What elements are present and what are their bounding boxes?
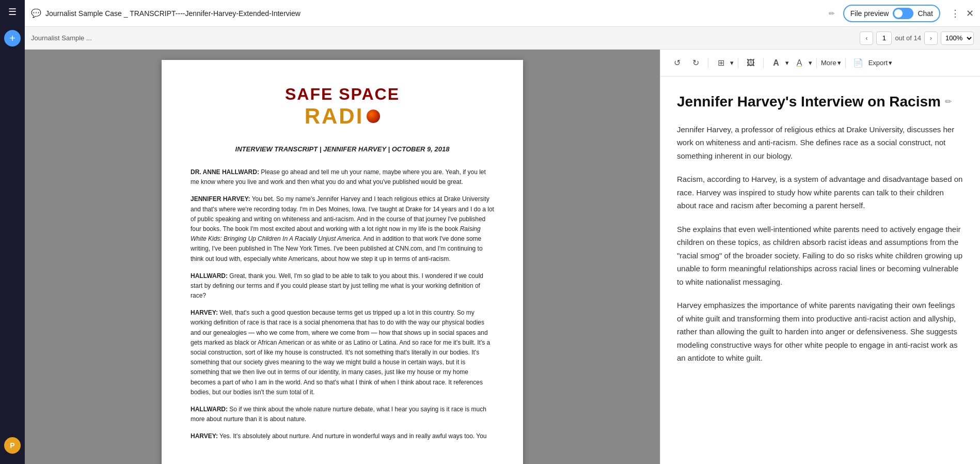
content-wrapper: SAFE SPACE RADI INTERVIEW TRANSCRIPT | J…: [25, 50, 980, 464]
pdf-logo: SAFE SPACE RADI: [191, 85, 494, 129]
file-preview-label: File preview: [850, 9, 889, 18]
table-chevron[interactable]: ▾: [730, 59, 734, 67]
pdf-viewer[interactable]: SAFE SPACE RADI INTERVIEW TRANSCRIPT | J…: [25, 50, 660, 464]
speaker-6: HARVEY:: [191, 432, 218, 440]
para-4: HARVEY: Well, that's such a good questio…: [191, 308, 494, 397]
para-2: JENNIFER HARVEY: You bet. So my name's J…: [191, 194, 494, 264]
font-button[interactable]: A: [768, 55, 784, 71]
pdf-body: DR. ANNE HALLWARD: Please go ahead and t…: [191, 167, 494, 442]
speaker-4: HARVEY:: [191, 309, 218, 316]
speaker-1: DR. ANNE HALLWARD:: [191, 168, 259, 176]
pdf-page: SAFE SPACE RADI INTERVIEW TRANSCRIPT | J…: [162, 60, 523, 464]
toggle-group: File preview Chat: [843, 5, 940, 22]
breadcrumb: Journalist Sample ...: [31, 34, 856, 42]
font-chevron[interactable]: ▾: [785, 59, 789, 67]
zoom-select[interactable]: 100% 75% 125% 150%: [941, 32, 974, 45]
font-group: A ▾: [768, 55, 789, 71]
speaker-2: JENNIFER HARVEY:: [191, 195, 250, 203]
toolbar-separator-3: [763, 58, 764, 68]
export-label[interactable]: Export: [868, 59, 888, 67]
file-preview-toggle[interactable]: [893, 8, 913, 19]
para-1: DR. ANNE HALLWARD: Please go ahead and t…: [191, 167, 494, 187]
page-prev-button[interactable]: ‹: [860, 32, 873, 45]
right-para-3: She explains that even well-intentioned …: [677, 223, 963, 289]
right-panel: ↺ ↻ ⊞ ▾ 🖼 A ▾ A ▾: [660, 50, 980, 464]
toolbar-separator-1: [708, 58, 708, 68]
logo-safe-text: SAFE SPACE: [191, 85, 494, 104]
chat-label: Chat: [918, 9, 933, 18]
toolbar-separator-2: [738, 58, 738, 68]
right-title-edit-icon[interactable]: ✏: [945, 97, 952, 106]
sidebar: ☰ + P: [0, 0, 25, 464]
page-number-input[interactable]: [876, 32, 892, 45]
pagination: ‹ out of 14 › 100% 75% 125% 150%: [860, 32, 974, 45]
add-button[interactable]: +: [4, 30, 21, 47]
avatar[interactable]: P: [4, 437, 21, 454]
more-options-icon[interactable]: ⋮: [949, 8, 962, 19]
menu-icon[interactable]: ☰: [8, 6, 17, 18]
highlight-button[interactable]: A: [791, 55, 808, 71]
undo-button[interactable]: ↺: [669, 55, 685, 71]
secondbar: Journalist Sample ... ‹ out of 14 › 100%…: [25, 27, 980, 50]
table-button[interactable]: ⊞: [713, 55, 729, 71]
right-para-2: Racism, according to Harvey, is a system…: [677, 173, 963, 212]
title-edit-icon[interactable]: ✏: [829, 9, 835, 18]
main-area: 💬 Journalist Sample Case _ TRANSCRIPT---…: [25, 0, 980, 464]
export-group: Export ▾: [868, 59, 893, 67]
redo-button[interactable]: ↻: [687, 55, 704, 71]
para-6: HARVEY: Yes. It's absolutely about nurtu…: [191, 431, 494, 441]
highlight-group: A ▾: [791, 55, 812, 71]
close-button[interactable]: ✕: [966, 8, 974, 19]
right-content: Jennifer Harvey's Interview on Racism ✏ …: [660, 76, 980, 464]
export-chevron[interactable]: ▾: [889, 59, 892, 67]
speaker-3: HALLWARD:: [191, 272, 228, 280]
page-total: out of 14: [895, 34, 921, 42]
logo-radio-text: RADI: [191, 104, 494, 129]
highlight-chevron[interactable]: ▾: [809, 59, 812, 67]
para-3: HALLWARD: Great, thank you. Well, I'm so…: [191, 271, 494, 301]
toolbar-separator-5: [845, 58, 846, 68]
page-next-button[interactable]: ›: [924, 32, 938, 45]
transcript-header: INTERVIEW TRANSCRIPT | JENNIFER HARVEY |…: [191, 145, 494, 153]
right-para-1: Jennifer Harvey, a professor of religiou…: [677, 123, 963, 163]
right-para-4: Harvey emphasizes the importance of whit…: [677, 299, 963, 365]
para-5: HALLWARD: So if we think about the whole…: [191, 405, 494, 424]
doc-icon: 💬: [31, 8, 41, 18]
more-label[interactable]: More: [821, 59, 836, 67]
table-group: ⊞ ▾: [713, 55, 734, 71]
more-chevron[interactable]: ▾: [837, 59, 841, 67]
export-doc-icon: 📄: [850, 55, 866, 71]
toolbar-separator-4: [816, 58, 817, 68]
right-panel-title: Jennifer Harvey's Interview on Racism: [677, 93, 941, 111]
book-title: Raising White Kids: Bringing Up Children…: [191, 225, 481, 242]
right-toolbar: ↺ ↻ ⊞ ▾ 🖼 A ▾ A ▾: [660, 50, 980, 76]
speaker-5: HALLWARD:: [191, 406, 228, 413]
more-group: More ▾: [821, 59, 841, 67]
document-title: Journalist Sample Case _ TRANSCRIPT----J…: [45, 9, 825, 18]
image-button[interactable]: 🖼: [742, 55, 759, 71]
topbar: 💬 Journalist Sample Case _ TRANSCRIPT---…: [25, 0, 980, 27]
logo-o-dot: [367, 110, 380, 123]
